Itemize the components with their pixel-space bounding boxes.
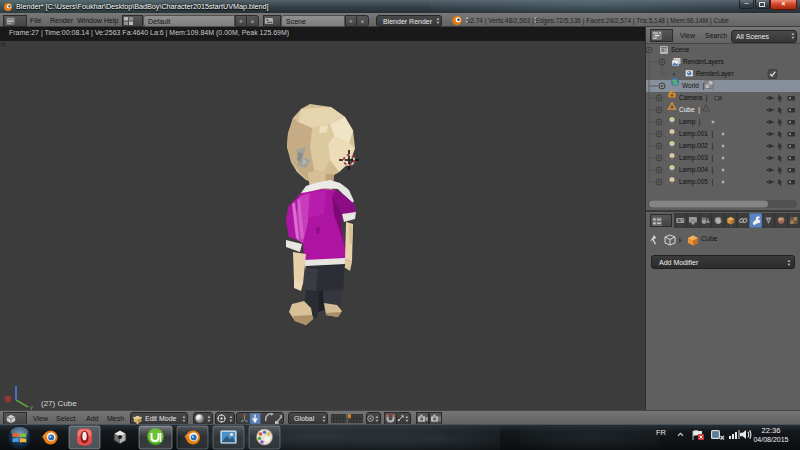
svg-text:+: +	[672, 71, 676, 78]
svg-text:(27) Cube: (27) Cube	[41, 399, 77, 408]
